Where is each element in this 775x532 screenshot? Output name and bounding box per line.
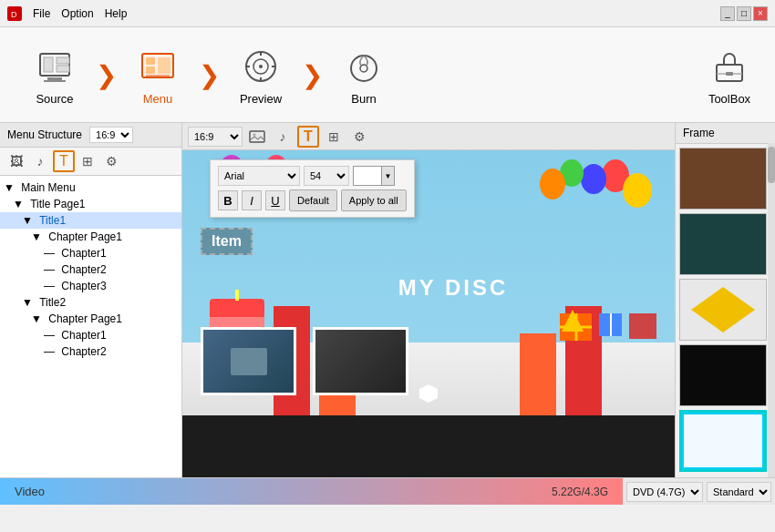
bold-button[interactable]: B [218, 190, 238, 210]
svg-rect-26 [250, 131, 264, 142]
arrow-sep-2: ❯ [199, 60, 220, 90]
close-button[interactable]: × [753, 6, 768, 21]
toolbar-source[interactable]: Source [9, 34, 100, 116]
svg-text:D: D [11, 10, 17, 19]
tree-chapter3-a[interactable]: — Chapter3 [0, 278, 181, 294]
burn-label: Burn [351, 92, 376, 106]
arrow-sep-3: ❯ [302, 60, 323, 90]
canvas-image-btn[interactable] [246, 126, 268, 148]
tree-chapter2-a[interactable]: — Chapter2 [0, 261, 181, 278]
svg-rect-9 [146, 57, 155, 65]
canvas-aspect-select[interactable]: 16:9 4:3 [188, 127, 243, 147]
size-select[interactable]: 54 48 72 [304, 166, 349, 186]
text-toolbar: Arial Times New Roman Verdana 54 48 72 ▼ [210, 159, 415, 218]
svg-rect-6 [47, 77, 62, 80]
menu-tree: ▼ Main Menu ▼ Title Page1 ▼ Title1 ▼ Cha… [0, 176, 181, 477]
minimize-button[interactable]: _ [720, 6, 735, 21]
toolbox-area[interactable]: ToolBox [693, 45, 766, 106]
tree-chapter-page1[interactable]: ▼ Chapter Page1 [0, 229, 181, 245]
item-label[interactable]: Item [201, 228, 253, 255]
svg-point-27 [253, 133, 256, 136]
default-button[interactable]: Default [289, 189, 337, 211]
apply-all-button[interactable]: Apply to all [341, 189, 407, 211]
size-label: 5.22G/4.3G [552, 486, 608, 498]
title-bar: D File Option Help _ □ × [0, 0, 775, 27]
toolbox-label: ToolBox [708, 92, 750, 106]
right-panel: Frame [675, 123, 775, 477]
frame-header: Frame [676, 123, 775, 144]
font-select[interactable]: Arial Times New Roman Verdana [218, 166, 300, 186]
svg-rect-5 [57, 66, 69, 72]
disc-type-select[interactable]: DVD (4.7G) DVD (8.5G) Blu-ray [626, 482, 703, 502]
frame-list [676, 144, 775, 477]
panel-header: Menu Structure 16:9 4:3 [0, 123, 181, 148]
frame-cyan-outline[interactable] [679, 410, 767, 472]
frame-brown[interactable] [679, 148, 767, 210]
source-label: Source [36, 92, 73, 106]
preview-label: Preview [240, 92, 282, 106]
canvas-text-btn[interactable]: T [297, 126, 319, 148]
menu-structure-label: Menu Structure [7, 128, 82, 141]
svg-rect-4 [57, 57, 69, 64]
tree-chapter1-a[interactable]: — Chapter1 [0, 245, 181, 261]
canvas-grid-btn[interactable]: ⊞ [323, 126, 345, 148]
toolbar-preview[interactable]: Preview [215, 34, 306, 116]
preview-icon [239, 45, 283, 88]
menu-file[interactable]: File [33, 7, 50, 20]
canvas-music-btn[interactable]: ♪ [272, 126, 294, 148]
disc-title: MY DISC [398, 275, 509, 301]
tree-title2[interactable]: ▼ Title2 [0, 294, 181, 311]
canvas-settings-btn[interactable]: ⚙ [348, 126, 370, 148]
toolbar-menu[interactable]: Menu [112, 34, 203, 116]
add-image-btn[interactable]: 🖼 [5, 150, 27, 172]
right-scrollbar[interactable] [768, 143, 775, 477]
center-canvas: 16:9 4:3 ♪ T ⊞ ⚙ [182, 123, 675, 477]
title-bar-left: D File Option Help [7, 6, 127, 21]
add-music-btn[interactable]: ♪ [29, 150, 51, 172]
window-controls[interactable]: _ □ × [720, 6, 768, 21]
tree-title-page1[interactable]: ▼ Title Page1 [0, 196, 181, 212]
color-dropdown-arrow[interactable]: ▼ [382, 166, 395, 186]
maximize-button[interactable]: □ [737, 6, 751, 21]
svg-rect-3 [44, 57, 53, 72]
arrow-sep-1: ❯ [96, 60, 117, 90]
svg-point-15 [259, 65, 263, 68]
menu-option[interactable]: Option [61, 7, 93, 20]
main-layout: Menu Structure 16:9 4:3 🖼 ♪ T ⊞ ⚙ ▼ Main… [0, 123, 775, 477]
tree-chapter-page1-b[interactable]: ▼ Chapter Page1 [0, 311, 181, 327]
add-text-btn[interactable]: T [53, 150, 75, 172]
settings-btn[interactable]: ⚙ [100, 150, 122, 172]
svg-rect-11 [158, 57, 170, 74]
status-bar: Video 5.22G/4.3G DVD (4.7G) DVD (8.5G) B… [0, 477, 775, 505]
video-label: Video [15, 485, 45, 498]
source-icon [33, 45, 77, 88]
thumb-1 [201, 327, 296, 395]
tree-chapter1-b[interactable]: — Chapter1 [0, 327, 181, 343]
font-row: Arial Times New Roman Verdana 54 48 72 ▼ [218, 166, 407, 186]
menu-help[interactable]: Help [105, 7, 128, 20]
underline-button[interactable]: U [265, 190, 285, 210]
frame-yellow[interactable] [679, 279, 767, 341]
main-toolbar: Source ❯ Menu ❯ [0, 27, 775, 123]
canvas-toolbar: 16:9 4:3 ♪ T ⊞ ⚙ [182, 123, 675, 150]
svg-marker-28 [419, 384, 438, 403]
color-swatch[interactable] [353, 166, 382, 186]
italic-button[interactable]: I [242, 190, 262, 210]
toolbar-burn[interactable]: Burn [318, 34, 409, 116]
tree-main-menu[interactable]: ▼ Main Menu [0, 179, 181, 196]
grid-btn[interactable]: ⊞ [77, 150, 98, 172]
left-panel: Menu Structure 16:9 4:3 🖼 ♪ T ⊞ ⚙ ▼ Main… [0, 123, 182, 477]
app-icon: D [7, 6, 22, 21]
menu-label: Menu [143, 92, 173, 106]
quality-select[interactable]: Standard High Best [707, 482, 771, 502]
frame-black[interactable] [679, 344, 767, 406]
tree-title1[interactable]: ▼ Title1 [0, 212, 181, 229]
canvas-area[interactable]: MY DISC [182, 150, 675, 477]
burn-icon [342, 45, 386, 88]
frame-teal[interactable] [679, 213, 767, 275]
format-row: B I U Default Apply to all [218, 189, 407, 211]
svg-point-20 [351, 56, 377, 81]
tree-chapter2-b[interactable]: — Chapter2 [0, 343, 181, 360]
status-right: DVD (4.7G) DVD (8.5G) Blu-ray Standard H… [623, 482, 775, 502]
aspect-ratio-select[interactable]: 16:9 4:3 [89, 127, 133, 143]
